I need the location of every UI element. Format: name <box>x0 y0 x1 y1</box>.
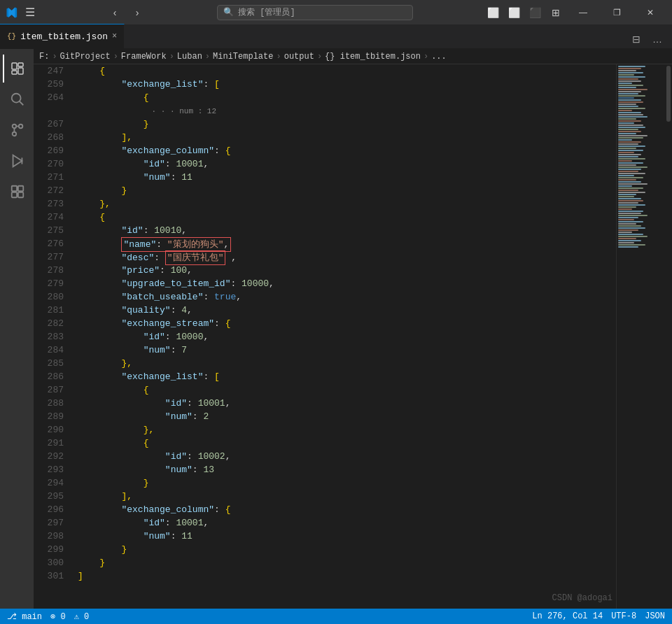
tab-actions: ⊟ … <box>627 30 672 48</box>
code-line-301: ] <box>78 569 616 583</box>
code-line-300: } <box>78 556 616 569</box>
layout-icon-3[interactable]: ⬛ <box>525 3 545 22</box>
statusbar-left: ⎇ main ⊗ 0 ⚠ 0 <box>7 611 89 622</box>
code-line-259: "exchange_list": [ <box>78 78 616 91</box>
code-line-281: "quality": 4, <box>78 304 616 317</box>
breadcrumb-f: F: <box>39 52 49 62</box>
code-editor[interactable]: 247 259 264 267 268 269 270 271 272 273 … <box>34 64 672 609</box>
nav-back-button[interactable]: ‹ <box>105 3 125 22</box>
activity-explorer-icon[interactable] <box>3 55 31 83</box>
search-box[interactable]: 🔍 搜索 [管理员] <box>217 5 413 20</box>
breadcrumb-gitproject: GitProject <box>60 52 111 62</box>
more-actions-button[interactable]: … <box>648 30 666 48</box>
code-line-290: }, <box>78 423 616 437</box>
code-line-296: "exchange_column": { <box>78 503 616 516</box>
layout-icon-4[interactable]: ⊞ <box>546 3 566 22</box>
code-line-288: "id": 10001, <box>78 397 616 410</box>
titlebar-right: ⬜ ⬜ ⬛ ⊞ — ❐ ✕ <box>483 0 666 24</box>
svg-point-8 <box>13 125 17 129</box>
activity-extensions-icon[interactable] <box>3 178 31 206</box>
code-line-293: "num": 13 <box>78 463 616 476</box>
svg-point-7 <box>19 125 23 129</box>
tab-filename: item_tbitem.json <box>20 31 108 42</box>
breadcrumb-luban: Luban <box>177 52 202 62</box>
code-line-294: } <box>78 476 616 490</box>
code-line-264: { <box>78 91 616 104</box>
close-button[interactable]: ✕ <box>634 0 666 24</box>
hamburger-icon[interactable]: ☰ <box>25 6 35 20</box>
vertical-scrollbar[interactable] <box>665 64 672 609</box>
code-line-269: "exchange_column": { <box>78 144 616 157</box>
code-line-286: "exchange_list": [ <box>78 370 616 383</box>
tab-item-tbitem[interactable]: {} item_tbitem.json × <box>0 24 125 48</box>
git-branch[interactable]: ⎇ main <box>7 611 42 622</box>
minimap <box>616 64 665 609</box>
breadcrumb: F: › GitProject › FrameWork › Luban › Mi… <box>34 49 672 64</box>
activity-search-icon[interactable] <box>3 85 31 113</box>
code-line-295: ], <box>78 490 616 503</box>
svg-rect-1 <box>18 63 23 66</box>
svg-rect-14 <box>18 186 23 191</box>
tab-close-button[interactable]: × <box>112 31 117 41</box>
code-line-270: "id": 10001, <box>78 157 616 171</box>
tabbar: {} item_tbitem.json × ⊟ … <box>0 24 672 49</box>
breadcrumb-file: {} item_tbitem.json <box>325 52 421 62</box>
code-line-278: "price": 100, <box>78 264 616 277</box>
restore-button[interactable]: ❐ <box>601 0 633 24</box>
code-line-276: "name": "策划的狗头", <box>78 237 616 250</box>
breadcrumb-minitemplate: MiniTemplate <box>213 52 273 62</box>
svg-rect-13 <box>12 186 17 191</box>
nav-forward-button[interactable]: › <box>127 3 147 22</box>
layout-icon-2[interactable]: ⬜ <box>504 3 524 22</box>
code-line-285: }, <box>78 357 616 370</box>
code-line-289: "num": 2 <box>78 410 616 423</box>
language-mode[interactable]: JSON <box>645 611 665 621</box>
code-line-280: "batch_useable": true, <box>78 290 616 304</box>
code-line-blank: · · · num : 12 <box>78 104 616 118</box>
svg-rect-15 <box>12 192 17 197</box>
code-line-297: "id": 10001, <box>78 516 616 530</box>
split-editor-button[interactable]: ⊟ <box>627 30 645 48</box>
code-line-247: { <box>78 64 616 78</box>
code-line-298: "num": 11 <box>78 530 616 543</box>
code-line-273: }, <box>78 197 616 211</box>
layout-icon-1[interactable]: ⬜ <box>483 3 503 22</box>
watermark: CSDN @adogai <box>552 593 612 603</box>
code-line-275: "id": 10010, <box>78 224 616 237</box>
tab-file-icon: {} <box>7 32 16 41</box>
titlebar-nav: ‹ › <box>105 3 147 22</box>
svg-rect-16 <box>18 192 23 197</box>
search-icon: 🔍 <box>223 7 234 17</box>
code-line-277: "desc": "国庆节礼包" , <box>78 250 616 264</box>
breadcrumb-framework: FrameWork <box>121 52 167 62</box>
code-content: { "exchange_list": [ { · · · num : 12 } … <box>72 64 616 609</box>
titlebar-left: ☰ <box>6 6 35 20</box>
editor-container: F: › GitProject › FrameWork › Luban › Mi… <box>34 49 672 609</box>
statusbar: ⎇ main ⊗ 0 ⚠ 0 Ln 276, Col 14 UTF-8 JSON <box>0 609 672 624</box>
svg-line-5 <box>20 101 24 106</box>
line-numbers: 247 259 264 267 268 269 270 271 272 273 … <box>34 64 72 609</box>
breadcrumb-more: ... <box>431 52 447 62</box>
activity-source-control-icon[interactable] <box>3 116 31 144</box>
code-line-292: "id": 10002, <box>78 450 616 463</box>
error-count[interactable]: ⊗ 0 <box>50 611 66 622</box>
minimize-button[interactable]: — <box>567 0 599 24</box>
search-placeholder: 搜索 [管理员] <box>238 6 295 18</box>
svg-point-4 <box>12 94 21 103</box>
encoding[interactable]: UTF-8 <box>611 611 636 621</box>
code-line-267: } <box>78 118 616 131</box>
main-area: F: › GitProject › FrameWork › Luban › Mi… <box>0 49 672 609</box>
statusbar-right: Ln 276, Col 14 UTF-8 JSON <box>532 611 665 621</box>
activity-run-icon[interactable] <box>3 147 31 175</box>
warning-count[interactable]: ⚠ 0 <box>74 611 90 622</box>
scrollbar-thumb[interactable] <box>666 66 671 122</box>
code-line-272: } <box>78 184 616 197</box>
svg-marker-11 <box>13 155 22 167</box>
code-line-287: { <box>78 383 616 397</box>
activity-bar <box>0 49 34 609</box>
code-line-291: { <box>78 437 616 450</box>
code-line-283: "id": 10000, <box>78 330 616 343</box>
cursor-position[interactable]: Ln 276, Col 14 <box>532 611 603 621</box>
code-line-279: "upgrade_to_item_id": 10000, <box>78 277 616 290</box>
code-line-268: ], <box>78 131 616 144</box>
